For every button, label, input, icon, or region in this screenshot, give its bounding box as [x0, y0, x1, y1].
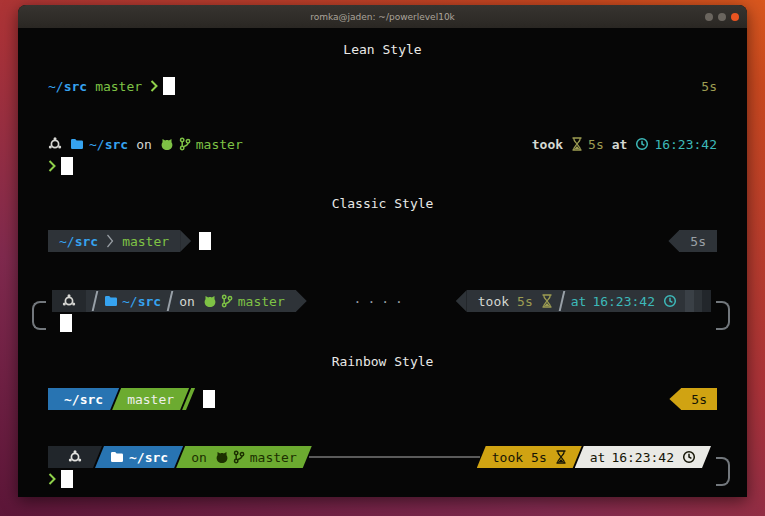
segment-path: ~/src	[48, 388, 119, 410]
prompt-connector-line	[309, 456, 480, 458]
git-branch-name: master	[196, 137, 243, 152]
thin-separator	[167, 291, 174, 311]
command-duration: 5s	[531, 450, 547, 465]
git-branch-name: master	[127, 392, 174, 407]
maximize-button[interactable]	[718, 13, 726, 21]
terminal-window: romka@jaden: ~/powerlevel10k Lean Style …	[18, 5, 747, 497]
powerline-segment-left: ~/src on master	[52, 290, 296, 312]
segment-os	[48, 446, 102, 468]
command-duration: 5s	[517, 294, 533, 309]
at-label: at	[590, 450, 606, 465]
segment-branch: on master	[176, 446, 312, 468]
hourglass-icon	[571, 137, 583, 151]
current-time: 16:23:42	[611, 450, 674, 465]
text-cursor	[163, 77, 175, 95]
segment-fade	[702, 290, 711, 312]
lean-style-heading: Lean Style	[18, 38, 747, 60]
rainbow-prompt-2: ~/src on master took 5s	[18, 446, 747, 490]
path-dir: src	[105, 137, 128, 152]
chevron-right-icon	[150, 80, 158, 92]
github-icon	[215, 451, 229, 464]
git-branch-icon	[179, 137, 191, 151]
clock-icon	[682, 450, 696, 464]
git-branch-name: master	[250, 450, 297, 465]
heading-text: Classic Style	[332, 196, 434, 211]
hourglass-icon	[541, 294, 553, 308]
git-branch-name: master	[95, 79, 142, 94]
lean-prompt-2-line-2	[18, 155, 747, 177]
powerline-segment-path: ~/src master	[48, 230, 180, 252]
command-duration: 5s	[701, 79, 717, 94]
rainbow-prompt-1: ~/src master 5s	[18, 388, 747, 410]
git-branch-name: master	[238, 294, 285, 309]
on-label: on	[191, 450, 207, 465]
close-button[interactable]	[731, 13, 739, 21]
titlebar[interactable]: romka@jaden: ~/powerlevel10k	[18, 5, 747, 28]
classic-prompt-2-line-2	[18, 312, 747, 334]
took-label: took	[478, 294, 509, 309]
segment-path: ~/src	[95, 446, 183, 468]
thin-separator-icon	[106, 234, 114, 248]
path-dir: src	[145, 450, 168, 465]
path-prefix: ~/	[129, 450, 145, 465]
git-branch-name: master	[122, 234, 169, 249]
took-label: took	[532, 137, 563, 152]
ubuntu-logo-icon	[48, 137, 62, 151]
segment-duration: took 5s	[477, 446, 582, 468]
path-dir: src	[64, 79, 87, 94]
lean-prompt-1: ~/src master 5s	[18, 75, 747, 97]
on-label: on	[179, 294, 195, 309]
powerline-arrow-icon	[296, 290, 307, 312]
window-buttons	[705, 5, 739, 28]
chevron-right-icon	[48, 160, 56, 172]
heading-text: Rainbow Style	[332, 354, 434, 369]
folder-icon	[110, 451, 124, 463]
hourglass-icon	[555, 450, 567, 464]
git-branch-icon	[233, 450, 245, 464]
current-time: 16:23:42	[592, 294, 655, 309]
path-prefix: ~/	[89, 137, 105, 152]
text-cursor	[203, 390, 215, 408]
at-label: at	[571, 294, 587, 309]
github-icon	[160, 138, 174, 151]
path-dir: src	[138, 294, 161, 309]
on-label: on	[136, 137, 152, 152]
segment-duration: 5s	[681, 388, 717, 410]
powerline-segment-right: took 5s at 16:23:42	[467, 290, 711, 312]
chevron-right-icon	[48, 473, 56, 485]
powerline-arrow-icon	[180, 230, 191, 252]
terminal-content[interactable]: Lean Style ~/src master 5s ~/src	[18, 28, 747, 497]
current-time: 16:23:42	[654, 137, 717, 152]
ubuntu-logo-icon	[62, 294, 76, 308]
folder-icon	[104, 295, 118, 307]
segment-branch: master	[112, 388, 189, 410]
github-icon	[203, 295, 217, 308]
text-cursor	[60, 314, 72, 332]
rainbow-style-heading: Rainbow Style	[18, 350, 747, 372]
classic-prompt-2-line-1: ~/src on master ···· took 5s	[18, 290, 747, 312]
os-segment	[52, 290, 86, 312]
powerline-segment-duration: 5s	[679, 230, 717, 252]
path-prefix: ~/	[59, 234, 75, 249]
minimize-button[interactable]	[705, 13, 713, 21]
text-cursor	[61, 470, 73, 488]
thin-separator	[558, 291, 565, 311]
command-duration: 5s	[691, 392, 707, 407]
lean-prompt-2-line-1: ~/src on master took 5s at	[18, 133, 747, 155]
thin-separator	[92, 291, 99, 311]
desktop-wallpaper: romka@jaden: ~/powerlevel10k Lean Style …	[0, 0, 765, 516]
classic-prompt-2: ~/src on master ···· took 5s	[18, 290, 747, 334]
powerline-arrow-icon	[669, 388, 681, 410]
at-label: at	[612, 137, 628, 152]
path-dir: src	[75, 234, 98, 249]
powerline-arrow-icon	[668, 230, 679, 252]
classic-style-heading: Classic Style	[18, 192, 747, 214]
git-branch-icon	[221, 294, 233, 308]
folder-icon	[70, 138, 84, 150]
classic-prompt-1: ~/src master 5s	[18, 230, 747, 252]
text-cursor	[199, 232, 211, 250]
clock-icon	[663, 294, 677, 308]
heading-text: Lean Style	[343, 42, 421, 57]
rainbow-prompt-2-line-1: ~/src on master took 5s	[18, 446, 747, 468]
prompt-filler-dots: ····	[307, 294, 456, 309]
